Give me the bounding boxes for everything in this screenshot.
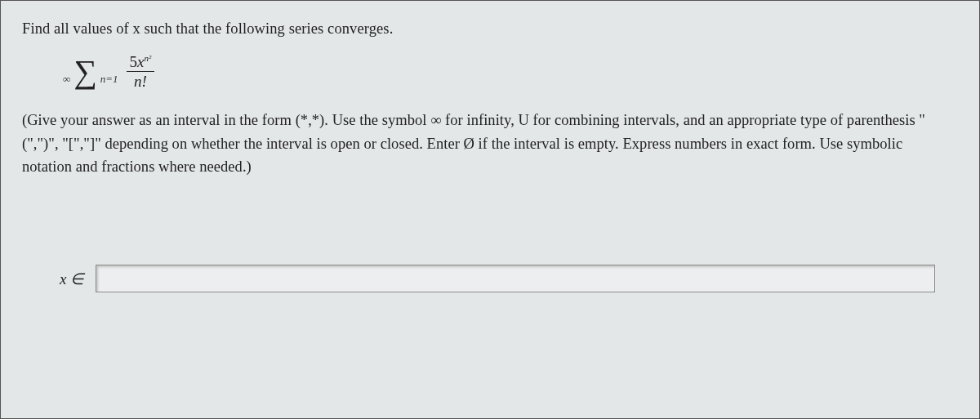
numerator-exponent: n² [145,53,152,63]
answer-row: x ∈ [22,265,958,292]
summation-symbol: ∞ ∑ n=1 [63,58,118,86]
answer-label: x ∈ [60,270,84,288]
numerator-variable: x [137,53,144,70]
question-prompt: Find all values of x such that the follo… [22,20,958,38]
sigma-icon: ∑ [74,53,97,90]
numerator-coefficient: 5 [130,53,138,70]
series-formula: ∞ ∑ n=1 5xn² n! [63,54,958,89]
sum-upper-limit: ∞ [63,73,70,85]
problem-page: Find all values of x such that the follo… [0,0,980,419]
answer-input[interactable] [96,265,935,292]
series-term-fraction: 5xn² n! [127,54,155,89]
fraction-numerator: 5xn² [127,54,155,72]
sum-lower-limit: n=1 [100,73,118,85]
answer-instructions: (Give your answer as an interval in the … [22,109,958,179]
fraction-denominator: n! [127,72,155,89]
